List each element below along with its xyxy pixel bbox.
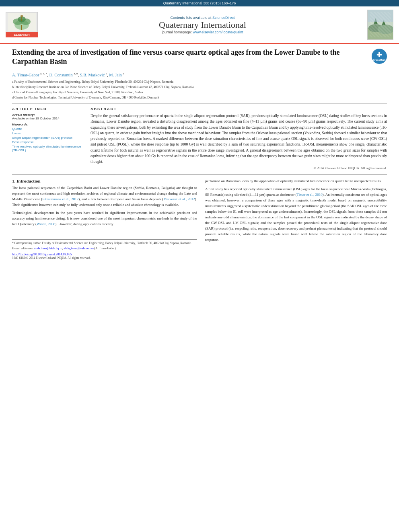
affiliations-block: a Faculty of Environmental Science and E… (12, 80, 387, 100)
author-constantin[interactable]: D. Constantin (49, 72, 72, 77)
journal-reference: Quaternary International 388 (2015) 168–… (163, 1, 236, 5)
divider-1 (12, 103, 387, 104)
homepage-link[interactable]: www.elsevier.com/locate/quaint (193, 30, 243, 34)
svg-point-11 (378, 25, 393, 34)
elsevier-wordmark: ELSEVIER (6, 32, 38, 37)
affiliation-b: b Interdisciplinary Research Institute o… (12, 85, 387, 90)
svg-point-6 (21, 15, 23, 17)
elsevier-image (6, 12, 38, 32)
article-info-header: ARTICLE INFO (12, 107, 82, 111)
right-paragraph-2: A first study has reported optically sti… (205, 187, 387, 242)
journal-reference-bar: Quaternary International 388 (2015) 168–… (0, 0, 399, 6)
journal-title: Quaternary International (42, 20, 363, 30)
email-note: E-mail addresses: alida.timar@ubbcluj.ro… (12, 246, 197, 251)
ref-wintle[interactable]: Wintle, 2008 (37, 222, 56, 226)
affiliation-a: a Faculty of Environmental Science and E… (12, 80, 387, 84)
ref-fitzsimmons[interactable]: Fitzsimmons et al., 2012 (42, 197, 78, 201)
copyright-notice: © 2014 Elsevier Ltd and INQUA. All right… (90, 166, 387, 170)
keywords-block: Keywords: Quartz Loess Single aliquot re… (12, 123, 82, 152)
info-abstract-row: ARTICLE INFO Article history: Available … (12, 107, 387, 170)
journal-header: ELSEVIER Contents lists available at Sci… (0, 6, 399, 44)
author-markovic[interactable]: S.B. Marković (80, 72, 105, 77)
abstract-header: ABSTRACT (90, 107, 387, 111)
svg-marker-12 (374, 18, 378, 24)
author-jain[interactable]: M. Jain (109, 72, 122, 77)
kw-loess: Loess (12, 131, 82, 135)
affiliation-d: d Center for Nuclear Technologies, Techn… (12, 95, 387, 100)
intro-section-title: 1. Introduction (12, 179, 197, 183)
journal-info-center: Contents lists available at ScienceDirec… (42, 16, 363, 34)
article-body: Extending the area of investigation of f… (0, 44, 399, 264)
title-row: Extending the area of investigation of f… (12, 48, 387, 69)
svg-rect-9 (368, 28, 393, 40)
section-divider (12, 174, 387, 175)
kw-sar: Single aliquot regeneration (SAR) protoc… (12, 136, 82, 140)
journal-thumbnail (367, 10, 393, 40)
footnote-area: * Corresponding author. Faculty of Envir… (12, 239, 197, 260)
article-title: Extending the area of investigation of f… (12, 48, 368, 67)
sciencedirect-info: Contents lists available at ScienceDirec… (42, 16, 363, 20)
crossmark-badge[interactable]: ✚ CrossMark (372, 49, 387, 64)
email-link-2[interactable]: alida_timar@yahoo.com (64, 246, 94, 250)
svg-point-10 (368, 24, 383, 32)
sciencedirect-link[interactable]: ScienceDirect (212, 16, 235, 20)
affiliation-c: c Chair of Physical Geography, Faculty o… (12, 90, 387, 95)
ref-markovic[interactable]: Marković et al., 2012 (163, 197, 195, 201)
main-content: 1. Introduction The loess paleosol seque… (12, 179, 387, 260)
article-history-block: Article history: Available online 19 Oct… (12, 113, 82, 120)
svg-rect-14 (368, 10, 393, 22)
article-info-col: ARTICLE INFO Article history: Available … (12, 107, 82, 170)
authors-line: A. Timar-Gabor a, b, *, D. Constantin a,… (12, 72, 387, 78)
doi-link: http://dx.doi.org/10.1016/j.quaint.2014.… (12, 253, 197, 256)
svg-rect-8 (368, 10, 393, 40)
abstract-col: ABSTRACT Despite the general satisfactor… (90, 107, 387, 170)
kw-quartz: Quartz (12, 127, 82, 131)
right-paragraph-1: performed on Romanian loess by the appli… (205, 179, 387, 184)
abstract-text: Despite the general satisfactory perform… (90, 113, 387, 164)
author-timar-gabor[interactable]: A. Timar-Gabor (12, 72, 39, 77)
email-link[interactable]: alida.timar@ubbcluj.ro (34, 246, 62, 250)
right-content-col: performed on Romanian loess by the appli… (205, 179, 387, 260)
corresponding-author-note: * Corresponding author. Faculty of Envir… (12, 241, 197, 246)
journal-homepage: journal homepage: www.elsevier.com/locat… (42, 30, 363, 34)
issn-notice: 1040-6182/© 2014 Elsevier Ltd and INQUA.… (12, 256, 197, 260)
intro-paragraph-2: Technological developments in the past y… (12, 210, 197, 227)
kw-dose: Dose response (12, 140, 82, 144)
intro-paragraph-1: The loess paleosol sequences of the Carp… (12, 185, 197, 208)
svg-marker-13 (382, 20, 386, 25)
ref-timar[interactable]: Timar et al., 2010 (297, 193, 323, 197)
elsevier-logo: ELSEVIER (6, 12, 38, 37)
left-content-col: 1. Introduction The loess paleosol seque… (12, 179, 197, 260)
kw-trosl: Time-resolved optically stimulated lumin… (12, 145, 82, 152)
